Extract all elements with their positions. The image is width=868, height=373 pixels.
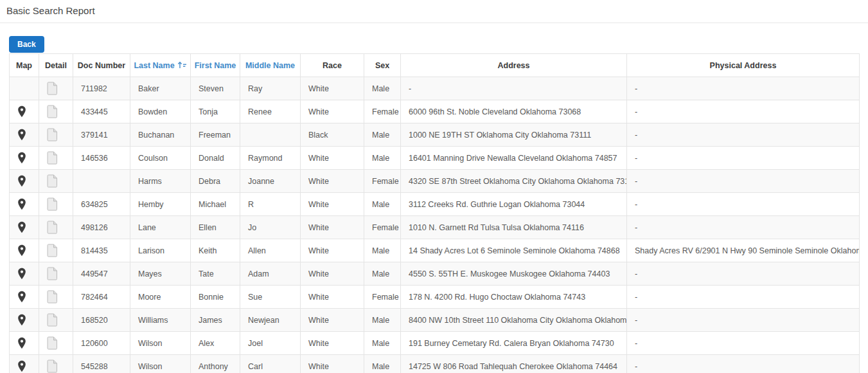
last-name-cell: Baker	[130, 77, 191, 100]
map-pin-icon[interactable]	[17, 175, 26, 187]
map-pin-icon[interactable]	[17, 152, 26, 164]
address-cell: 8400 NW 10th Street 110 Oklahoma City Ok…	[401, 309, 627, 332]
table-row: 545288WilsonAnthonyCarlWhiteMale14725 W …	[10, 355, 860, 373]
race-cell: White	[301, 100, 364, 123]
map-pin-icon[interactable]	[17, 244, 26, 257]
document-icon[interactable]	[47, 267, 58, 280]
map-pin-icon[interactable]	[17, 129, 26, 141]
sex-cell: Female	[364, 216, 401, 239]
detail-cell	[39, 216, 73, 239]
table-body: 711982BakerStevenRayWhiteMale--433445Bow…	[10, 77, 860, 373]
detail-cell	[39, 193, 73, 216]
last-name-cell: Larison	[130, 239, 191, 262]
sex-cell: Male	[364, 77, 401, 100]
doc-number-cell: 498126	[73, 216, 130, 239]
physical-address-cell: -	[627, 332, 860, 355]
document-icon[interactable]	[47, 221, 58, 234]
race-cell: White	[301, 216, 364, 239]
document-icon[interactable]	[47, 336, 58, 350]
physical-address-cell: -	[627, 147, 860, 170]
column-label: Race	[323, 61, 342, 70]
column-label: Last Name	[134, 61, 174, 70]
map-pin-icon[interactable]	[17, 268, 26, 280]
address-cell: 14 Shady Acres Lot 6 Seminole Seminole O…	[401, 239, 627, 262]
last-name-cell: Buchanan	[130, 123, 191, 147]
column-header-first-name[interactable]: First Name	[191, 54, 240, 77]
table-row: 379141BuchananFreemanBlackMale1000 NE 19…	[10, 123, 860, 147]
physical-address-cell: -	[627, 309, 860, 332]
middle-name-cell: Adam	[240, 262, 301, 286]
doc-number-cell: 168520	[73, 309, 130, 332]
race-cell: White	[301, 309, 364, 332]
document-icon[interactable]	[47, 105, 58, 118]
doc-number-cell: 146536	[73, 147, 130, 170]
page-title: Basic Search Report	[6, 5, 95, 16]
doc-number-cell: 814435	[73, 239, 130, 262]
table-row: 449547MayesTateAdamWhiteMale4550 S. 55TH…	[10, 262, 860, 286]
column-label: Sex	[375, 61, 389, 70]
middle-name-cell: Sue	[240, 286, 301, 309]
middle-name-cell	[240, 123, 301, 147]
document-icon[interactable]	[47, 128, 58, 141]
column-header-doc-number: Doc Number	[73, 54, 130, 77]
physical-address-cell: -	[627, 193, 860, 216]
column-label: Map	[16, 61, 32, 70]
document-icon[interactable]	[47, 151, 58, 165]
first-name-cell: Tate	[191, 262, 240, 286]
first-name-cell: Tonja	[191, 100, 240, 123]
address-cell: 4320 SE 87th Street Oklahoma City Oklaho…	[401, 170, 627, 193]
sex-cell: Male	[364, 332, 401, 355]
sex-cell: Female	[364, 170, 401, 193]
race-cell: White	[301, 332, 364, 355]
sex-cell: Male	[364, 239, 401, 262]
map-pin-icon[interactable]	[17, 337, 26, 349]
address-cell: 178 N. 4200 Rd. Hugo Choctaw Oklahoma 74…	[401, 286, 627, 309]
table-row: HarmsDebraJoanneWhiteFemale4320 SE 87th …	[10, 170, 860, 193]
map-cell	[10, 216, 39, 239]
document-icon[interactable]	[47, 313, 58, 327]
address-cell: -	[401, 77, 627, 100]
table-row: 711982BakerStevenRayWhiteMale--	[10, 77, 860, 100]
map-pin-icon[interactable]	[17, 105, 26, 118]
document-icon[interactable]	[47, 244, 58, 257]
middle-name-cell: Allen	[240, 239, 301, 262]
map-pin-icon[interactable]	[17, 198, 26, 210]
detail-cell	[39, 286, 73, 309]
last-name-cell: Moore	[130, 286, 191, 309]
address-cell: 1000 NE 19TH ST Oklahoma City Oklahoma 7…	[401, 123, 627, 147]
document-icon[interactable]	[47, 359, 58, 373]
column-header-middle-name[interactable]: Middle Name	[240, 54, 301, 77]
detail-cell	[39, 123, 73, 147]
first-name-cell: Anthony	[191, 355, 240, 373]
map-cell	[10, 286, 39, 309]
report-content: Back MapDetailDoc NumberLast NameFirst N…	[0, 23, 868, 373]
doc-number-cell: 379141	[73, 123, 130, 147]
column-header-map: Map	[10, 54, 39, 77]
column-label: Middle Name	[245, 61, 295, 70]
document-icon[interactable]	[47, 82, 58, 95]
physical-address-cell: -	[627, 77, 860, 100]
last-name-cell: Wilson	[130, 355, 191, 373]
column-label: Physical Address	[710, 61, 777, 70]
map-cell	[10, 355, 39, 373]
document-icon[interactable]	[47, 290, 58, 304]
document-icon[interactable]	[47, 197, 58, 211]
map-pin-icon[interactable]	[17, 221, 26, 233]
middle-name-cell: Jo	[240, 216, 301, 239]
first-name-cell: Ellen	[191, 216, 240, 239]
map-pin-icon[interactable]	[17, 314, 26, 326]
first-name-cell: James	[191, 309, 240, 332]
doc-number-cell: 433445	[73, 100, 130, 123]
physical-address-cell: Shady Acres RV 6/2901 N Hwy 90 Seminole …	[627, 239, 860, 262]
detail-cell	[39, 239, 73, 262]
race-cell: Black	[301, 123, 364, 147]
physical-address-cell: -	[627, 355, 860, 373]
back-button[interactable]: Back	[9, 36, 44, 53]
map-pin-icon[interactable]	[17, 291, 26, 303]
address-cell: 1010 N. Garnett Rd Tulsa Tulsa Oklahoma …	[401, 216, 627, 239]
map-pin-icon[interactable]	[17, 360, 26, 372]
column-header-last-name[interactable]: Last Name	[130, 54, 191, 77]
document-icon[interactable]	[47, 174, 58, 188]
address-cell: 3112 Creeks Rd. Guthrie Logan Oklahoma 7…	[401, 193, 627, 216]
column-label: Doc Number	[78, 61, 125, 70]
